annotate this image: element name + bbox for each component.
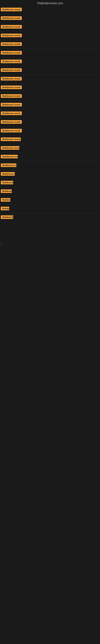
- spacer-10: [0, 387, 100, 403]
- bottleneck-result-badge[interactable]: Bottleneck result: [1, 16, 22, 20]
- result-row: Bottleneck result: [0, 127, 100, 136]
- spacer-6: [0, 322, 100, 338]
- bottleneck-result-badge[interactable]: Bottleneck result: [1, 60, 22, 63]
- bottleneck-result-badge[interactable]: Bottleneck result: [1, 86, 22, 89]
- result-row: Bottleneck result: [0, 6, 100, 14]
- spacer-5: [0, 306, 100, 322]
- result-row: Bottleneck result: [0, 101, 100, 110]
- result-row: Bottleneck result: [0, 213, 100, 222]
- result-row: Bottleneck result: [0, 14, 100, 23]
- bottleneck-result-badge[interactable]: Bottleneck result: [1, 103, 22, 106]
- spacer-8: [0, 354, 100, 371]
- bottleneck-result-badge[interactable]: Bottleneck result: [1, 112, 22, 115]
- bottleneck-result-badge[interactable]: Bottleneck result: [1, 181, 13, 184]
- bottleneck-result-badge[interactable]: Bottleneck result: [1, 68, 22, 72]
- bottleneck-result-badge[interactable]: Bottleneck result: [1, 164, 16, 167]
- spacer-9: [0, 371, 100, 387]
- result-row: Bottleneck result: [0, 92, 100, 101]
- spacer-4: [0, 282, 100, 299]
- bottleneck-result-badge[interactable]: Bottleneck result: [1, 51, 22, 54]
- ellipsis-marker: |: [0, 238, 100, 250]
- bottleneck-result-badge[interactable]: Bottleneck result: [1, 172, 15, 176]
- result-row: Bottleneck result: [0, 118, 100, 127]
- spacer-2: [0, 250, 100, 266]
- result-row: Bottleneck result: [0, 23, 100, 32]
- result-row: Bottleneck result: [0, 66, 100, 75]
- bottleneck-result-badge[interactable]: Bottleneck result: [1, 34, 22, 37]
- bottleneck-result-badge[interactable]: Bottleneck result: [1, 146, 19, 150]
- result-row: Bottleneck result: [0, 110, 100, 118]
- result-row: Bottleneck result: [0, 84, 100, 92]
- bottleneck-result-badge[interactable]: Bottleneck result: [1, 138, 21, 141]
- bottleneck-result-badge[interactable]: Bottleneck result: [1, 42, 22, 46]
- result-row: Bottleneck result: [0, 136, 100, 144]
- result-row: Bottleneck result: [0, 49, 100, 58]
- result-row: Bottleneck result: [0, 196, 100, 205]
- result-row: Bottleneck result: [0, 58, 100, 66]
- result-row: Bottleneck result: [0, 170, 100, 179]
- result-row: Bottleneck result: [0, 144, 100, 153]
- site-title: TheBottlenecker.com: [0, 0, 100, 6]
- result-row: Bottleneck result: [0, 40, 100, 49]
- spacer-7: [0, 338, 100, 354]
- spacer-1: [0, 222, 100, 238]
- bottleneck-result-badge[interactable]: Bottleneck result: [1, 120, 22, 124]
- bottleneck-result-badge[interactable]: Bottleneck result: [1, 77, 22, 80]
- result-row: Bottleneck result: [0, 205, 100, 213]
- bottleneck-result-badge[interactable]: Bottleneck result: [1, 155, 18, 158]
- result-row: Bottleneck result: [0, 75, 100, 84]
- bottleneck-result-badge[interactable]: Bottleneck result: [1, 8, 22, 11]
- result-row: Bottleneck result: [0, 179, 100, 187]
- bottleneck-result-badge[interactable]: Bottleneck result: [1, 215, 13, 219]
- result-row: Bottleneck result: [0, 187, 100, 196]
- result-row: Bottleneck result: [0, 162, 100, 170]
- bottleneck-result-badge[interactable]: Bottleneck result: [1, 207, 9, 210]
- dots-marker: ...: [0, 299, 100, 306]
- bottleneck-result-badge[interactable]: Bottleneck result: [1, 25, 22, 28]
- bottleneck-result-badge[interactable]: Bottleneck result: [1, 190, 12, 193]
- result-row: Bottleneck result: [0, 32, 100, 40]
- result-row: Bottleneck result: [0, 153, 100, 162]
- spacer-3: [0, 266, 100, 282]
- bottleneck-result-badge[interactable]: Bottleneck result: [1, 94, 22, 98]
- bottleneck-result-badge[interactable]: Bottleneck result: [1, 198, 10, 202]
- bottleneck-result-badge[interactable]: Bottleneck result: [1, 129, 22, 132]
